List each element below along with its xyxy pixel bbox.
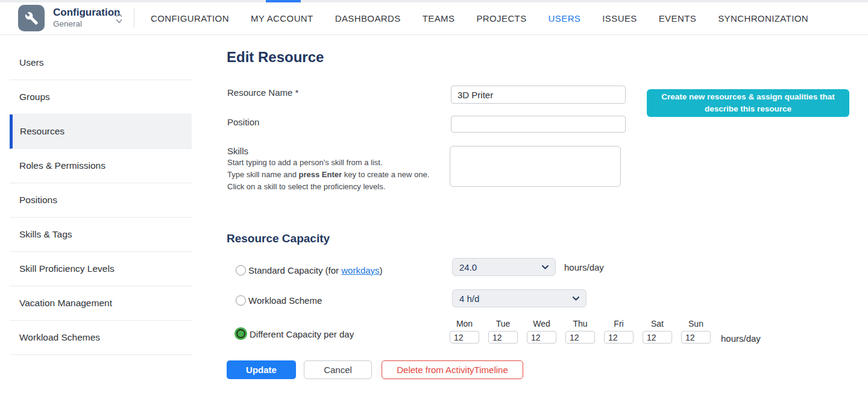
sidebar-item-groups[interactable]: Groups <box>10 80 192 115</box>
app-logo <box>18 5 45 31</box>
resource-capacity-title: Resource Capacity <box>227 232 330 245</box>
nav-issues[interactable]: ISSUES <box>602 13 637 24</box>
day-input-fri[interactable] <box>604 331 634 344</box>
nav-my-account[interactable]: MY ACCOUNT <box>251 13 313 24</box>
day-input-wed[interactable] <box>527 331 556 344</box>
app-title: Configuration <box>53 7 120 19</box>
workdays-link[interactable]: workdays <box>341 265 379 275</box>
nav-events[interactable]: EVENTS <box>659 13 696 24</box>
header-divider <box>134 8 134 28</box>
day-column: Mon <box>450 319 479 344</box>
sidebar: Users Groups Resources Roles & Permissio… <box>10 46 192 355</box>
day-label-sun: Sun <box>681 319 711 329</box>
day-input-tue[interactable] <box>488 331 518 344</box>
day-label-mon: Mon <box>450 319 479 329</box>
day-label-sat: Sat <box>643 319 672 329</box>
header-bottom-border <box>0 34 868 35</box>
update-button[interactable]: Update <box>227 360 296 379</box>
day-input-sat[interactable] <box>643 331 672 344</box>
per-day-capacity-radio[interactable] <box>236 329 245 338</box>
sidebar-item-vacation-management[interactable]: Vacation Management <box>10 286 192 321</box>
nav-teams[interactable]: TEAMS <box>423 13 455 24</box>
sidebar-item-skill-proficiency-levels[interactable]: Skill Proficiency Levels <box>10 252 192 286</box>
sidebar-item-roles-permissions[interactable]: Roles & Permissions <box>10 149 192 183</box>
sidebar-item-positions[interactable]: Positions <box>10 183 192 218</box>
standard-capacity-unit: hours/day <box>564 262 604 272</box>
skills-help-line3: Click on a skill to select the proficien… <box>227 182 385 191</box>
skills-input[interactable] <box>450 146 621 187</box>
skills-help-line2: Type skill name and press Enter key to c… <box>227 170 429 179</box>
day-input-mon[interactable] <box>450 331 479 344</box>
day-label-wed: Wed <box>527 319 556 329</box>
nav-synchronization[interactable]: SYNCHRONIZATION <box>718 13 808 24</box>
per-day-unit: hours/day <box>721 333 761 344</box>
day-label-fri: Fri <box>604 319 634 329</box>
day-input-thu[interactable] <box>565 331 595 344</box>
standard-capacity-select[interactable]: 24.0 <box>452 258 556 276</box>
chevron-down-icon <box>542 265 549 269</box>
sidebar-item-skills-tags[interactable]: Skills & Tags <box>10 218 192 252</box>
standard-capacity-radio[interactable] <box>236 265 246 275</box>
resource-name-label: Resource Name * <box>227 87 298 98</box>
per-day-capacity-label: Different Capacity per day <box>250 329 354 339</box>
day-input-sun[interactable] <box>681 331 711 344</box>
page-title: Edit Resource <box>227 49 324 66</box>
nav-configuration[interactable]: CONFIGURATION <box>151 13 229 24</box>
resource-name-input[interactable] <box>451 86 626 104</box>
chevron-down-icon <box>573 297 579 301</box>
per-day-inputs: Mon Tue Wed Thu Fri Sat Sun <box>450 319 727 345</box>
workload-scheme-radio[interactable] <box>236 295 246 306</box>
position-label: Position <box>227 117 259 127</box>
skills-label: Skills <box>227 146 248 156</box>
position-input[interactable] <box>451 116 626 133</box>
app-subtitle: General <box>53 19 82 28</box>
top-nav: CONFIGURATION MY ACCOUNT DASHBOARDS TEAM… <box>151 2 808 34</box>
wrench-icon <box>25 11 39 25</box>
day-column: Tue <box>488 319 518 344</box>
nav-users[interactable]: USERS <box>549 13 581 24</box>
delete-button[interactable]: Delete from ActivityTimeline <box>382 360 523 379</box>
create-resources-promo-button[interactable]: Create new resources & assign qualities … <box>647 89 849 117</box>
nav-dashboards[interactable]: DASHBOARDS <box>335 13 401 24</box>
day-label-thu: Thu <box>565 319 595 329</box>
day-column: Thu <box>565 319 595 344</box>
sidebar-item-resources[interactable]: Resources <box>10 115 192 149</box>
day-label-tue: Tue <box>488 319 518 329</box>
day-column: Sun <box>681 319 711 344</box>
cancel-button[interactable]: Cancel <box>304 360 372 379</box>
nav-projects[interactable]: PROJECTS <box>476 13 526 24</box>
day-column: Sat <box>643 319 672 344</box>
day-column: Fri <box>604 319 634 344</box>
workload-scheme-label: Workload Scheme <box>248 295 322 306</box>
sidebar-item-users[interactable]: Users <box>10 46 192 80</box>
standard-capacity-label: Standard Capacity (for workdays) <box>248 265 383 275</box>
skills-help-line1: Start typing to add a person's skill fro… <box>227 158 383 167</box>
day-column: Wed <box>527 319 556 344</box>
sidebar-item-workload-schemes[interactable]: Workload Schemes <box>10 321 192 355</box>
chevron-updown-icon[interactable] <box>115 11 123 28</box>
workload-scheme-select[interactable]: 4 h/d <box>452 289 587 307</box>
